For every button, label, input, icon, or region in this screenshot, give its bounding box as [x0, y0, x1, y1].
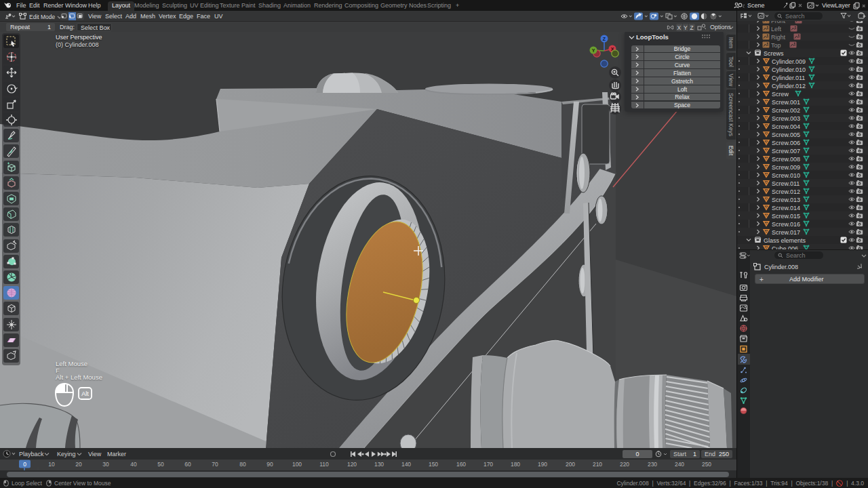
svg-text:Screw.005: Screw.005	[772, 131, 800, 138]
svg-text:240: 240	[675, 461, 684, 468]
svg-text:90: 90	[267, 461, 273, 468]
svg-text:Right: Right	[771, 34, 786, 41]
svg-text:Y: Y	[592, 48, 595, 53]
svg-text:Screw.007: Screw.007	[772, 148, 800, 155]
svg-text:180: 180	[511, 461, 520, 468]
svg-text:70: 70	[212, 461, 218, 468]
svg-text:Cylinder.009: Cylinder.009	[772, 58, 806, 65]
svg-text:190: 190	[538, 461, 547, 468]
svg-text:Alt: Alt	[81, 390, 89, 397]
svg-text:Screw.012: Screw.012	[772, 188, 800, 195]
svg-text:Screws: Screws	[764, 50, 784, 57]
svg-text:230: 230	[648, 461, 657, 468]
svg-text:Screw.014: Screw.014	[772, 205, 800, 211]
svg-text:140: 140	[401, 461, 411, 468]
svg-text:120: 120	[347, 461, 357, 468]
svg-text:110: 110	[319, 461, 329, 468]
svg-text:Screw.015: Screw.015	[772, 213, 800, 220]
svg-text:200: 200	[566, 461, 575, 468]
svg-text:250: 250	[702, 461, 711, 468]
svg-text:Cylinder.012: Cylinder.012	[772, 83, 806, 89]
svg-text:Cylinder.010: Cylinder.010	[772, 66, 806, 73]
svg-text:Cube.006: Cube.006	[772, 245, 798, 250]
svg-text:Screw.017: Screw.017	[772, 229, 800, 236]
svg-text:Front: Front	[771, 21, 786, 24]
svg-text:Screw.006: Screw.006	[772, 140, 800, 146]
svg-text:10: 10	[48, 461, 55, 468]
svg-text:220: 220	[620, 461, 629, 468]
svg-text:210: 210	[593, 461, 602, 468]
svg-text:30: 30	[102, 461, 109, 468]
svg-text:50: 50	[157, 461, 164, 468]
svg-text:Left: Left	[771, 26, 782, 33]
svg-text:0: 0	[23, 461, 26, 468]
svg-text:40: 40	[130, 461, 137, 468]
svg-text:Screw: Screw	[772, 91, 789, 98]
svg-text:130: 130	[374, 461, 384, 468]
svg-text:20: 20	[75, 461, 82, 468]
svg-text:Z: Z	[603, 37, 606, 41]
svg-text:Screw.003: Screw.003	[772, 115, 800, 122]
svg-text:Screw.010: Screw.010	[772, 172, 800, 179]
svg-text:150: 150	[429, 461, 438, 468]
svg-text:170: 170	[484, 461, 493, 468]
svg-text:Screw.013: Screw.013	[772, 197, 800, 203]
svg-text:Screw.004: Screw.004	[772, 123, 800, 130]
svg-text:Screw.016: Screw.016	[772, 221, 800, 228]
svg-text:Cylinder.011: Cylinder.011	[772, 75, 805, 81]
svg-text:Screw.011: Screw.011	[772, 180, 800, 187]
svg-text:Glass elements: Glass elements	[764, 237, 806, 244]
svg-text:Screw.008: Screw.008	[772, 156, 800, 163]
svg-text:160: 160	[456, 461, 466, 468]
svg-text:Top: Top	[771, 42, 781, 49]
svg-text:Screw.001: Screw.001	[772, 99, 800, 106]
svg-text:80: 80	[239, 461, 246, 468]
svg-text:Screw.002: Screw.002	[772, 107, 800, 114]
svg-text:Screw.009: Screw.009	[772, 164, 800, 171]
svg-text:100: 100	[292, 461, 302, 468]
svg-text:60: 60	[184, 461, 191, 468]
